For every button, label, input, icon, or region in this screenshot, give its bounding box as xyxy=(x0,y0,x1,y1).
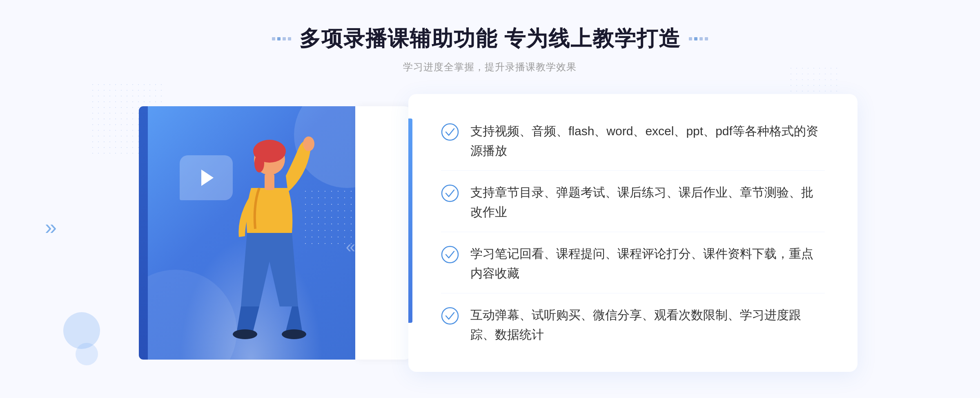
check-icon-1 xyxy=(441,123,459,141)
svg-point-9 xyxy=(442,246,458,263)
dot7 xyxy=(699,37,703,40)
feature-item-1: 支持视频、音频、flash、word、excel、ppt、pdf等各种格式的资源… xyxy=(441,112,825,171)
svg-point-5 xyxy=(233,329,257,339)
main-title: 多项录播课辅助功能 专为线上教学打造 xyxy=(299,25,681,53)
title-row: 多项录播课辅助功能 专为线上教学打造 xyxy=(272,25,708,53)
check-icon-2 xyxy=(441,184,459,202)
dot4 xyxy=(288,37,291,40)
svg-point-6 xyxy=(282,329,306,339)
feature-item-4: 互动弹幕、试听购买、微信分享、观看次数限制、学习进度跟踪、数据统计 xyxy=(441,295,825,354)
svg-point-4 xyxy=(303,136,314,151)
feature-text-3: 学习笔记回看、课程提问、课程评论打分、课件资料下载，重点内容收藏 xyxy=(470,244,825,283)
card-chevron-icon: « xyxy=(346,237,355,257)
illustration-card: « xyxy=(139,106,376,360)
feature-item-3: 学习笔记回看、课程提问、课程评论打分、课件资料下载，重点内容收藏 xyxy=(441,234,825,293)
subtitle: 学习进度全掌握，提升录播课教学效果 xyxy=(272,60,708,74)
dot2 xyxy=(277,37,281,40)
check-icon-4 xyxy=(441,307,459,325)
circle-decoration-large xyxy=(63,312,100,349)
circle-decoration-medium xyxy=(76,343,98,365)
svg-point-7 xyxy=(442,124,458,140)
content-area: « xyxy=(122,94,858,372)
features-panel: 支持视频、音频、flash、word、excel、ppt、pdf等各种格式的资源… xyxy=(408,94,858,372)
stripe-accent xyxy=(408,119,412,323)
feature-text-4: 互动弹幕、试听购买、微信分享、观看次数限制、学习进度跟踪、数据统计 xyxy=(470,305,825,344)
arrow-decoration-left: » xyxy=(45,217,57,238)
dot5 xyxy=(689,37,692,40)
header-section: 多项录播课辅助功能 专为线上教学打造 学习进度全掌握，提升录播课教学效果 xyxy=(272,25,708,74)
title-decoration-right xyxy=(689,37,708,40)
feature-text-2: 支持章节目录、弹题考试、课后练习、课后作业、章节测验、批改作业 xyxy=(470,183,825,222)
page-wrapper: » 多项录播课辅助功能 专为线上教学打造 学习进度全掌握，提升录播课教学效果 xyxy=(0,0,980,398)
feature-text-1: 支持视频、音频、flash、word、excel、ppt、pdf等各种格式的资源… xyxy=(470,121,825,161)
feature-item-2: 支持章节目录、弹题考试、课后练习、课后作业、章节测验、批改作业 xyxy=(441,173,825,232)
check-icon-3 xyxy=(441,246,459,264)
dot8 xyxy=(705,37,708,40)
dot3 xyxy=(283,37,286,40)
dot1 xyxy=(272,37,275,40)
accent-bar xyxy=(139,106,148,360)
svg-point-2 xyxy=(254,154,264,172)
svg-rect-3 xyxy=(265,174,274,190)
figure-illustration xyxy=(188,135,343,360)
white-panel xyxy=(355,106,412,360)
dot6 xyxy=(694,37,697,40)
svg-point-10 xyxy=(442,308,458,324)
title-decoration-left xyxy=(272,37,291,40)
illustration-container: « xyxy=(122,94,400,372)
svg-point-8 xyxy=(442,185,458,201)
